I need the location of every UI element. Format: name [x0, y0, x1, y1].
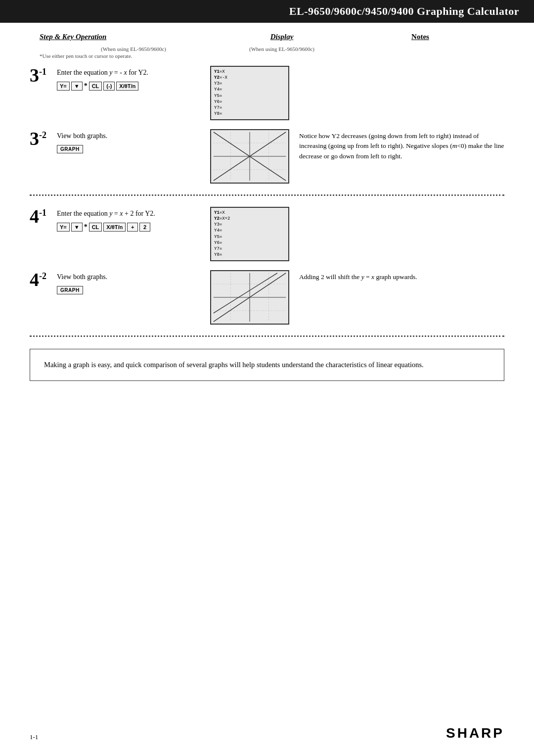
- sharp-logo: SHARP: [446, 725, 504, 741]
- key-asterisk-4: *: [84, 223, 88, 231]
- step-3-2-keys: GRAPH: [57, 145, 200, 153]
- key-graph-3-2: GRAPH: [57, 145, 83, 153]
- sub-headers: (When using EL-9650/9600c) (When using E…: [30, 46, 504, 52]
- step-4-2-keys: GRAPH: [57, 286, 200, 294]
- divider-2: [30, 335, 504, 337]
- step-4-1-text: Enter the equation y = x + 2 for Y2.: [57, 209, 200, 219]
- step-3-2-content: View both graphs. GRAPH: [57, 129, 200, 153]
- step-4-1-notes: [299, 207, 504, 209]
- col-header-step: Step & Key Operation: [40, 33, 227, 41]
- calc-screen-4-1: Y1=X Y2=X+2 Y3= Y4= Y5= Y6= Y7= Y8=: [210, 207, 289, 261]
- step-3-2-row: 3-2 View both graphs. GRAPH: [30, 129, 504, 184]
- step-3-2-text: View both graphs.: [57, 131, 200, 141]
- column-headers: Step & Key Operation Display Notes: [30, 33, 504, 41]
- step-4-2-display: [200, 270, 299, 325]
- step-3-1-number: 3-1: [30, 66, 57, 85]
- summary-box: Making a graph is easy, and quick compar…: [30, 349, 504, 381]
- key-graph-4-2: GRAPH: [57, 286, 83, 294]
- svg-line-15: [214, 273, 277, 313]
- step-4-1-number: 4-1: [30, 207, 57, 226]
- page-footer: 1-1 SHARP: [0, 725, 534, 741]
- step-3-2-display: [200, 129, 299, 184]
- step-4-1-content: Enter the equation y = x + 2 for Y2. Y= …: [57, 207, 200, 232]
- step-4-1-display: Y1=X Y2=X+2 Y3= Y4= Y5= Y6= Y7= Y8=: [200, 207, 299, 261]
- key-2-4: 2: [139, 223, 150, 232]
- key-cl: CL: [89, 82, 102, 91]
- page-header: EL-9650/9600c/9450/9400 Graphing Calcula…: [0, 0, 534, 23]
- calc-screen-3-1: Y1=X Y2=-X Y3= Y4= Y5= Y6= Y7= Y8=: [210, 66, 289, 120]
- step-3-1-notes: [299, 66, 504, 68]
- key-asterisk: *: [84, 82, 88, 90]
- key-y-equals: Y=: [57, 82, 70, 91]
- step-4-2-notes: Adding 2 will shift the y = x graph upwa…: [299, 270, 504, 282]
- display-sub-label: (When using EL-9650/9600c): [227, 46, 336, 52]
- key-xthetan: X/θT/n: [116, 82, 138, 91]
- key-plus-4: +: [127, 223, 138, 232]
- graph-screen-3-2: [210, 129, 289, 184]
- key-y-equals-4: Y=: [57, 223, 70, 232]
- step-sub-label: (When using EL-9650/9600c): [40, 46, 227, 52]
- key-down-arrow-4: ▼: [71, 223, 83, 232]
- asterisk-note: *Use either pen touch or cursor to opera…: [30, 53, 504, 59]
- step-3-1-display: Y1=X Y2=-X Y3= Y4= Y5= Y6= Y7= Y8=: [200, 66, 299, 120]
- divider-1: [30, 194, 504, 196]
- step-4-2-content: View both graphs. GRAPH: [57, 270, 200, 294]
- key-down-arrow: ▼: [71, 82, 83, 91]
- key-cl-4: CL: [89, 223, 102, 232]
- key-xthetan-4: X/θT/n: [103, 223, 126, 232]
- step-3-1-content: Enter the equation y = - x for Y2. Y= ▼ …: [57, 66, 200, 91]
- summary-text: Making a graph is easy, and quick compar…: [44, 361, 424, 369]
- step-3-1-row: 3-1 Enter the equation y = - x for Y2. Y…: [30, 66, 504, 120]
- graph-screen-4-2: [210, 270, 289, 325]
- step-3-2-notes: Notice how Y2 decreases (going down from…: [299, 129, 504, 161]
- main-content: Step & Key Operation Display Notes (When…: [0, 23, 534, 411]
- header-title: EL-9650/9600c/9450/9400 Graphing Calcula…: [289, 5, 519, 17]
- step-4-1-keys: Y= ▼ * CL X/θT/n + 2: [57, 223, 200, 232]
- step-3-1-keys: Y= ▼ * CL (-) X/θT/n: [57, 82, 200, 91]
- step-4-2-text: View both graphs.: [57, 272, 200, 282]
- step-4-2-row: 4-2 View both graphs. GRAPH: [30, 270, 504, 325]
- step-3-2-number: 3-2: [30, 129, 57, 148]
- col-header-notes: Notes: [336, 33, 504, 41]
- step-4-1-row: 4-1 Enter the equation y = x + 2 for Y2.…: [30, 207, 504, 261]
- step-3-1-text: Enter the equation y = - x for Y2.: [57, 68, 200, 78]
- key-negative: (-): [103, 82, 115, 91]
- step-4-2-number: 4-2: [30, 270, 57, 289]
- page-number: 1-1: [30, 733, 38, 741]
- col-header-display: Display: [227, 33, 336, 41]
